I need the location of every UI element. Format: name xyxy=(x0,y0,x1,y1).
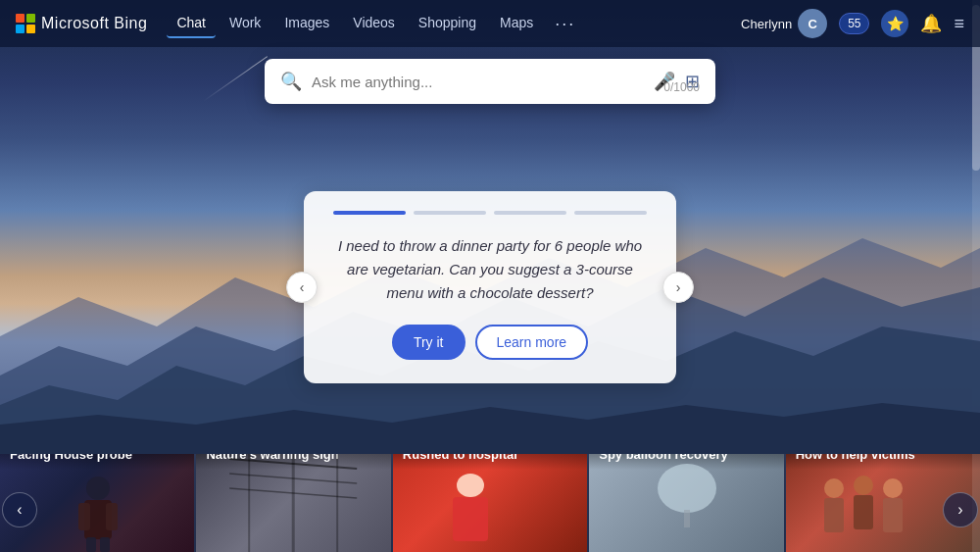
logo-text: Microsoft Bing xyxy=(41,15,147,32)
navbar: Microsoft Bing Chat Work Images Videos S… xyxy=(0,0,980,47)
logo-yellow xyxy=(26,25,35,33)
card-next-button[interactable]: › xyxy=(662,272,694,303)
logo-green xyxy=(26,14,35,23)
svg-point-20 xyxy=(824,478,844,498)
suggestion-card: ‹ › I need to throw a dinner party for 6… xyxy=(304,191,676,383)
news-scroll-right[interactable]: › xyxy=(943,492,978,527)
nav-images[interactable]: Images xyxy=(274,9,339,38)
bell-icon[interactable]: 🔔 xyxy=(920,13,942,34)
svg-rect-25 xyxy=(883,498,903,532)
svg-point-22 xyxy=(854,476,873,495)
menu-icon[interactable]: ≡ xyxy=(954,14,964,34)
svg-rect-19 xyxy=(684,510,690,527)
svg-rect-7 xyxy=(106,503,118,530)
microsoft-logo-grid xyxy=(16,14,35,33)
search-icon: 🔍 xyxy=(280,71,302,92)
search-box: 🔍 🎤 ⊞ xyxy=(265,59,715,104)
svg-rect-9 xyxy=(100,537,110,552)
svg-rect-17 xyxy=(453,497,488,541)
group-silhouette xyxy=(805,474,922,552)
try-it-button[interactable]: Try it xyxy=(392,325,466,360)
svg-point-4 xyxy=(86,477,110,500)
nav-more[interactable]: ··· xyxy=(547,10,583,38)
news-scroll-left[interactable]: ‹ xyxy=(2,492,37,527)
points-badge[interactable]: 55 xyxy=(839,13,869,34)
nav-right: Cherlynn C 55 ⭐ 🔔 ≡ xyxy=(741,9,964,38)
chevron-left-icon: ‹ xyxy=(17,501,22,519)
nav-chat[interactable]: Chat xyxy=(167,9,216,38)
suggestion-text: I need to throw a dinner party for 6 peo… xyxy=(333,234,647,305)
rewards-icon[interactable]: ⭐ xyxy=(881,10,908,37)
svg-rect-8 xyxy=(86,537,96,552)
svg-point-24 xyxy=(883,478,903,498)
nav-shopping[interactable]: Shopping xyxy=(409,9,486,38)
news-card-2[interactable]: Nature's warning sign xyxy=(196,439,390,552)
progress-dot-2[interactable] xyxy=(414,211,486,215)
news-cards: Facing House probe Nature's warning sign xyxy=(0,439,980,552)
news-card-4[interactable]: Spy balloon recovery xyxy=(589,439,783,552)
svg-rect-23 xyxy=(854,495,873,529)
logo[interactable]: Microsoft Bing xyxy=(16,14,147,33)
points-value: 55 xyxy=(848,17,860,30)
person-silhouette-1 xyxy=(59,474,137,552)
progress-dots xyxy=(333,211,647,215)
nav-videos[interactable]: Videos xyxy=(343,9,405,38)
svg-rect-21 xyxy=(824,498,844,532)
progress-dot-1[interactable] xyxy=(333,211,406,215)
chevron-right-icon: › xyxy=(957,501,962,519)
powerlines-pattern xyxy=(196,439,390,552)
learn-more-button[interactable]: Learn more xyxy=(475,325,589,360)
progress-dot-3[interactable] xyxy=(494,211,566,215)
nav-work[interactable]: Work xyxy=(220,9,270,38)
progress-dot-4[interactable] xyxy=(574,211,647,215)
card-prev-button[interactable]: ‹ xyxy=(286,272,318,303)
nav-maps[interactable]: Maps xyxy=(490,9,543,38)
bottom-section: ∨ 📍 Want to see the Bing daily image? ‹ … xyxy=(0,439,980,552)
user-info[interactable]: Cherlynn C xyxy=(741,9,827,38)
search-container: 🔍 🎤 ⊞ 0/1000 xyxy=(265,59,715,104)
search-input[interactable] xyxy=(312,74,644,90)
user-name: Cherlynn xyxy=(741,17,792,31)
avatar: C xyxy=(798,9,827,38)
person-silhouette-3 xyxy=(431,474,510,552)
svg-point-18 xyxy=(658,464,716,513)
svg-point-16 xyxy=(457,474,484,497)
news-card-3[interactable]: Rushed to hospital xyxy=(393,439,587,552)
svg-rect-6 xyxy=(78,503,90,530)
search-counter: 0/1000 xyxy=(663,80,700,94)
logo-blue xyxy=(16,25,24,33)
nav-links: Chat Work Images Videos Shopping Maps ··… xyxy=(167,9,741,38)
balloon-shape xyxy=(648,459,726,527)
card-buttons: Try it Learn more xyxy=(333,325,647,360)
logo-red xyxy=(16,14,24,23)
